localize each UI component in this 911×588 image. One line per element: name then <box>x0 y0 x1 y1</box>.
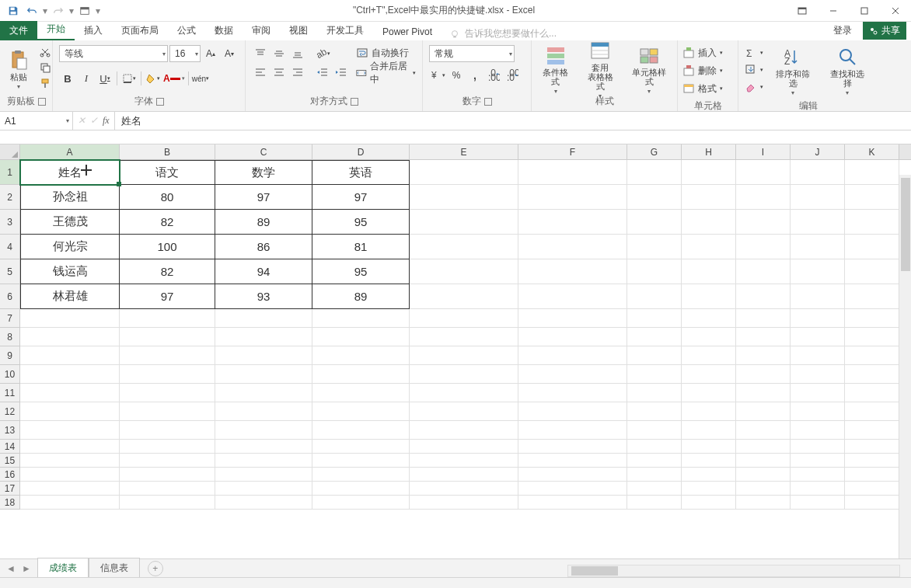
font-color-button[interactable]: A <box>163 70 180 87</box>
tab-view[interactable]: 视图 <box>280 21 317 40</box>
cell-C8[interactable] <box>215 328 312 346</box>
cell-F15[interactable] <box>518 454 627 468</box>
cell-H11[interactable] <box>682 384 736 402</box>
number-format-combo[interactable]: 常规▾ <box>429 45 515 62</box>
cell-C12[interactable] <box>215 402 312 421</box>
cell-I18[interactable] <box>736 496 791 510</box>
cell-J16[interactable] <box>791 468 845 482</box>
cell-C13[interactable] <box>215 421 312 440</box>
cell-I6[interactable] <box>736 284 791 309</box>
cell-I1[interactable] <box>736 160 791 185</box>
cell-C5[interactable]: 94 <box>215 259 312 284</box>
new-sheet-button[interactable]: + <box>148 561 163 576</box>
cell-F5[interactable] <box>518 259 627 284</box>
redo-icon[interactable] <box>50 2 67 19</box>
percent-format-icon[interactable]: % <box>448 67 465 84</box>
tab-home[interactable]: 开始 <box>37 19 75 40</box>
undo-icon[interactable] <box>23 2 40 19</box>
tab-formulas[interactable]: 公式 <box>168 21 205 40</box>
font-dialog-launcher[interactable] <box>156 98 164 106</box>
bold-button[interactable]: B <box>59 70 76 87</box>
tab-data[interactable]: 数据 <box>205 21 243 40</box>
cell-A4[interactable]: 何光宗 <box>20 235 120 259</box>
cell-D15[interactable] <box>312 454 410 468</box>
cell-G18[interactable] <box>627 496 682 510</box>
col-header-H[interactable]: H <box>682 144 736 159</box>
cell-K9[interactable] <box>845 346 899 365</box>
tab-pivot[interactable]: Power Pivot <box>373 23 442 40</box>
autosum-button[interactable]: Σ▾ <box>745 45 763 61</box>
col-header-A[interactable]: A <box>20 144 120 159</box>
increase-indent-icon[interactable] <box>333 64 350 81</box>
insert-cells-button[interactable]: 插入 ▾ <box>682 45 723 61</box>
row-header-1[interactable]: 1 <box>0 160 19 185</box>
cell-K12[interactable] <box>845 402 899 421</box>
cell-C16[interactable] <box>215 468 312 482</box>
cell-B16[interactable] <box>120 468 215 482</box>
cell-J13[interactable] <box>791 421 845 440</box>
cell-E14[interactable] <box>410 440 518 454</box>
cell-G16[interactable] <box>627 468 682 482</box>
cell-J17[interactable] <box>791 482 845 496</box>
col-header-G[interactable]: G <box>627 144 682 159</box>
cell-B12[interactable] <box>120 402 215 421</box>
cell-D14[interactable] <box>312 440 410 454</box>
cell-D11[interactable] <box>312 384 410 402</box>
cancel-formula-icon[interactable]: ✕ <box>78 115 86 127</box>
cell-B4[interactable]: 100 <box>120 235 215 259</box>
cell-B5[interactable]: 82 <box>120 259 215 284</box>
cell-C15[interactable] <box>215 454 312 468</box>
clipboard-dialog-launcher[interactable] <box>38 98 46 106</box>
cell-B3[interactable]: 82 <box>120 210 215 235</box>
cell-K5[interactable] <box>845 259 899 284</box>
cell-C7[interactable] <box>215 309 312 328</box>
tab-review[interactable]: 审阅 <box>243 21 280 40</box>
worksheet-grid[interactable]: ABCDEFGHIJK 123456789101112131415161718 … <box>0 144 911 541</box>
font-size-combo[interactable]: 16▾ <box>169 45 201 62</box>
cell-K8[interactable] <box>845 328 899 346</box>
cell-C2[interactable]: 97 <box>215 185 312 210</box>
number-dialog-launcher[interactable] <box>484 98 492 106</box>
cell-J9[interactable] <box>791 346 845 365</box>
cell-H2[interactable] <box>682 185 736 210</box>
cell-D12[interactable] <box>312 402 410 421</box>
cell-F4[interactable] <box>518 235 627 259</box>
cell-D13[interactable] <box>312 421 410 440</box>
align-bottom-icon[interactable] <box>289 45 306 62</box>
cell-K4[interactable] <box>845 235 899 259</box>
next-sheet-icon[interactable]: ► <box>22 563 31 574</box>
cell-C17[interactable] <box>215 482 312 496</box>
cell-C3[interactable]: 89 <box>215 210 312 235</box>
cell-H3[interactable] <box>682 210 736 235</box>
format-table-button[interactable]: 套用 表格格式▾ <box>580 43 622 95</box>
cell-I11[interactable] <box>736 384 791 402</box>
decrease-font-icon[interactable]: A▾ <box>221 45 238 62</box>
cell-K14[interactable] <box>845 440 899 454</box>
cell-G9[interactable] <box>627 346 682 365</box>
col-header-K[interactable]: K <box>845 144 899 159</box>
cell-E8[interactable] <box>410 328 518 346</box>
accounting-format-icon[interactable]: ¥▾ <box>429 67 446 84</box>
col-header-C[interactable]: C <box>215 144 312 159</box>
redo-dropdown[interactable]: ▾ <box>68 5 75 16</box>
cell-J10[interactable] <box>791 365 845 384</box>
fill-button[interactable]: ▾ <box>745 62 763 78</box>
cell-H14[interactable] <box>682 440 736 454</box>
cell-F16[interactable] <box>518 468 627 482</box>
cell-A12[interactable] <box>20 402 120 421</box>
cell-styles-button[interactable]: 单元格样式▾ <box>624 43 674 95</box>
cell-I8[interactable] <box>736 328 791 346</box>
fill-color-button[interactable]: ▾ <box>145 70 162 87</box>
align-center-icon[interactable] <box>271 64 288 81</box>
cell-F2[interactable] <box>518 185 627 210</box>
cell-F12[interactable] <box>518 402 627 421</box>
row-header-12[interactable]: 12 <box>0 402 19 421</box>
cell-A15[interactable] <box>20 454 120 468</box>
minimize-icon[interactable] <box>818 0 849 22</box>
name-box[interactable]: A1▾ <box>0 112 73 130</box>
cell-H9[interactable] <box>682 346 736 365</box>
cell-J3[interactable] <box>791 210 845 235</box>
cell-G13[interactable] <box>627 421 682 440</box>
cell-G6[interactable] <box>627 284 682 309</box>
cell-G7[interactable] <box>627 309 682 328</box>
